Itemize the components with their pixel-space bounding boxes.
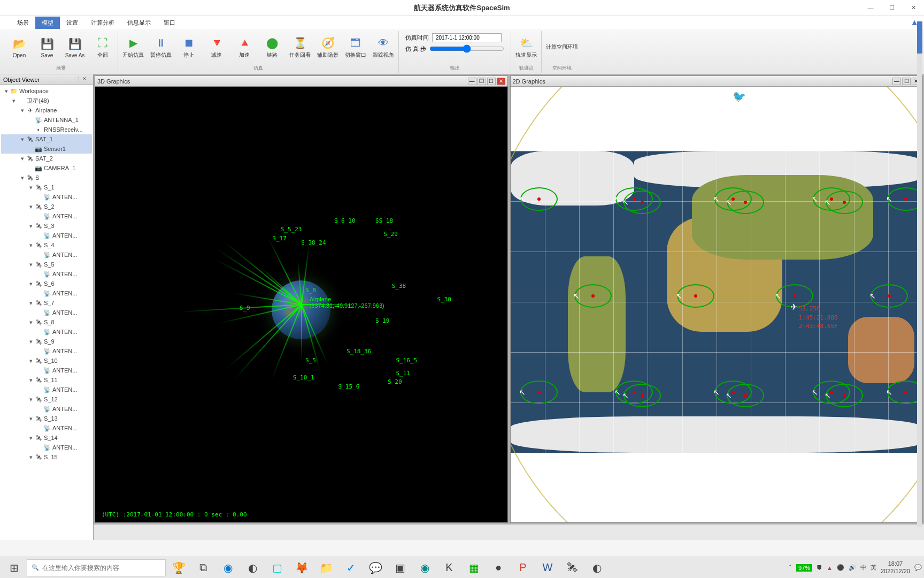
viewport-2d[interactable]: 🐦 ↖↖↖↖↖↖↖↖↖↖↖↖↖↖↖↖↖↖↖↖✈51.2561:45:21.888… [511, 87, 923, 522]
switch-window-button[interactable]: 🗔切换窗口 [345, 35, 366, 59]
tray-icon-2[interactable]: ▲ [827, 565, 833, 571]
tree-item[interactable]: ▾🛰S_5 [1, 260, 92, 269]
tree-item[interactable]: ▪RNSSReceiv... [1, 125, 92, 134]
track-display-button[interactable]: ⛅轨道显示 [515, 35, 537, 59]
tree-item[interactable]: 📷Sensor1 [1, 144, 92, 154]
open-button[interactable]: 📂Open [9, 36, 30, 58]
route-button[interactable]: ⬤链路 [261, 35, 283, 59]
stop-sim-button[interactable]: ⏹停止 [178, 35, 199, 59]
camera-button[interactable]: 👁跟踪视角 [373, 35, 394, 59]
vertical-scrollbar-track[interactable] [917, 21, 922, 527]
tree-item[interactable]: ▾🛰S_10 [1, 356, 92, 366]
spacesim-icon[interactable]: 🛰 [560, 558, 584, 577]
tree-item[interactable]: ▾🛰S_15 [1, 452, 92, 462]
tree-item[interactable]: ▾🛰S_11 [1, 375, 92, 385]
tree-item[interactable]: 📡ANTEN... [1, 250, 92, 260]
tree-item[interactable]: ▾🛰S_3 [1, 221, 92, 231]
word-icon[interactable]: W [536, 558, 559, 577]
menu-tab-3[interactable]: 计算分析 [84, 17, 121, 29]
reduce-button[interactable]: 🔻减速 [206, 35, 227, 59]
ime-indicator-1[interactable]: 中 [860, 564, 866, 572]
saveas-button[interactable]: 💾Save As [64, 36, 86, 58]
ime-indicator-2[interactable]: 英 [871, 564, 876, 572]
tree-item[interactable]: ▾🛰S_12 [1, 394, 92, 404]
app-teal-icon[interactable]: ◉ [413, 558, 436, 577]
tree-item[interactable]: ▾🛰S_6 [1, 279, 92, 288]
tree-item[interactable]: ▾🛰S_1 [1, 182, 92, 192]
panel-minimize-button[interactable]: — [892, 78, 901, 85]
tree-item[interactable]: ▾✈Airplane [1, 105, 92, 115]
wechat-icon[interactable]: 💬 [364, 558, 387, 577]
object-tree[interactable]: ▾📁Workspace ▾卫星(48)▾✈Airplane📡ANTENNA_1▪… [0, 85, 93, 540]
firefox-icon[interactable]: 🦊 [290, 558, 313, 577]
panel-maximize-button[interactable]: ☐ [902, 78, 911, 85]
task-view-button[interactable]: ⧉ [191, 558, 215, 577]
start-sim-button[interactable]: ▶开始仿真 [122, 35, 144, 59]
tree-item[interactable]: ▾🛰S_8 [1, 317, 92, 327]
tree-item[interactable]: 📡ANTEN... [1, 288, 92, 298]
world-map[interactable]: ↖↖↖↖↖↖↖↖↖↖↖↖↖↖↖↖↖↖↖↖✈51.2561:45:21.8882:… [511, 151, 923, 453]
start-button[interactable]: ⊞ [2, 558, 26, 577]
app-k-icon[interactable]: K [437, 558, 461, 577]
panel-close-button[interactable]: ✕ [497, 78, 505, 85]
app-black-icon[interactable]: ● [487, 558, 510, 577]
tree-item[interactable]: ▾🛰S [1, 173, 92, 182]
tray-icon-1[interactable]: ⛊ [817, 565, 822, 571]
tree-item[interactable]: 📡ANTEN... [1, 443, 92, 452]
tree-item[interactable]: ▾🛰S_2 [1, 202, 92, 211]
tree-item[interactable]: 📡ANTEN... [1, 231, 92, 240]
app-cyan-icon[interactable]: ▢ [265, 558, 289, 577]
panel-minimize-button[interactable]: — [468, 78, 476, 85]
tree-item[interactable]: 📡ANTEN... [1, 423, 92, 433]
tree-item[interactable]: 📷CAMERA_1 [1, 163, 92, 173]
pin-icon[interactable]: ⬜ [73, 76, 80, 83]
sim-step-slider[interactable] [429, 44, 504, 53]
volume-icon[interactable]: 🔊 [849, 564, 856, 571]
calc-env-button[interactable]: 计算空间环境 [546, 43, 578, 51]
tray-chevron-icon[interactable]: ˄ [789, 564, 792, 571]
edge-icon[interactable]: ◉ [216, 558, 240, 577]
vertical-scrollbar-thumb[interactable] [917, 21, 922, 54]
tree-item[interactable]: ▾🛰S_14 [1, 433, 92, 443]
menu-tab-2[interactable]: 设置 [60, 17, 84, 29]
menu-tab-1[interactable]: 模型 [35, 17, 60, 29]
steam-icon[interactable]: ◐ [241, 558, 264, 577]
close-button[interactable]: ✕ [903, 0, 924, 16]
panel-maximize-button[interactable]: ☐ [487, 78, 496, 85]
tree-item[interactable]: ▾卫星(48) [1, 96, 92, 105]
battery-indicator[interactable]: 97% [796, 564, 812, 572]
tree-item[interactable]: ▾🛰SAT_1 [1, 134, 92, 144]
panel-restore-button[interactable]: ❐ [478, 78, 486, 85]
comp-button[interactable]: 🧭辅助场景 [317, 35, 338, 59]
app-gold-icon[interactable]: 🏆 [167, 558, 190, 577]
app-bw-icon[interactable]: ◐ [585, 558, 609, 577]
tree-item[interactable]: ▾🛰S_13 [1, 414, 92, 423]
panel-close-icon[interactable]: ✕ [82, 76, 90, 83]
search-input[interactable] [42, 564, 161, 572]
tree-item[interactable]: ▾🛰S_4 [1, 240, 92, 250]
tree-item[interactable]: 📡ANTENNA_1 [1, 115, 92, 125]
tree-item[interactable]: 📡ANTEN... [1, 366, 92, 375]
tree-root[interactable]: ▾📁Workspace [1, 86, 92, 96]
todo-icon[interactable]: ✓ [339, 558, 363, 577]
tree-item[interactable]: 📡ANTEN... [1, 327, 92, 337]
save-button[interactable]: 💾Save [36, 36, 58, 58]
tree-item[interactable]: 📡ANTEN... [1, 192, 92, 202]
menu-tab-5[interactable]: 窗口 [157, 17, 182, 29]
epic-icon[interactable]: ▣ [388, 558, 412, 577]
tree-item[interactable]: ▾🛰S_9 [1, 337, 92, 346]
all-button[interactable]: ⛶全部 [92, 35, 113, 59]
network-icon[interactable]: ⚫ [837, 564, 844, 571]
menu-tab-4[interactable]: 信息显示 [121, 17, 157, 29]
tree-item[interactable]: 📡ANTEN... [1, 269, 92, 279]
tree-item[interactable]: ▾🛰SAT_2 [1, 154, 92, 163]
tree-item[interactable]: 📡ANTEN... [1, 385, 92, 394]
powerpoint-icon[interactable]: P [511, 558, 535, 577]
clock[interactable]: 18:072022/12/20 [881, 560, 910, 574]
taskbar-search[interactable]: 🔍 [27, 559, 166, 576]
notifications-icon[interactable]: 💬 [914, 564, 922, 571]
accel-button[interactable]: 🔺加速 [234, 35, 255, 59]
tree-item[interactable]: 📡ANTEN... [1, 211, 92, 221]
minimize-button[interactable]: — [860, 0, 881, 16]
tree-item[interactable]: 📡ANTEN... [1, 308, 92, 317]
